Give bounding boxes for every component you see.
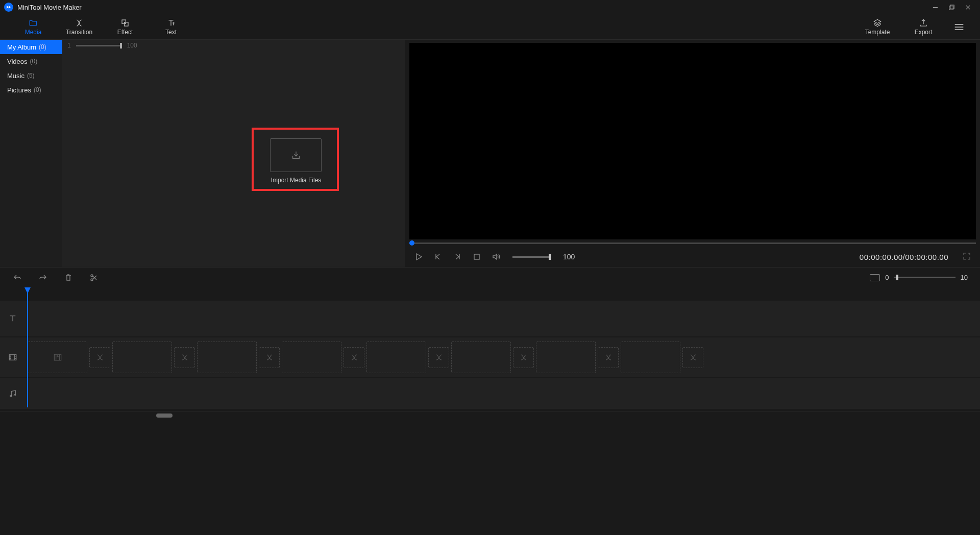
close-button[interactable] — [960, 0, 976, 14]
sidebar-item-count: (0) — [34, 86, 41, 93]
clip-slot[interactable] — [112, 342, 172, 373]
timeline-ruler[interactable] — [0, 287, 980, 301]
preview-panel: 100 00:00:00.00/00:00:00.00 — [405, 40, 980, 267]
transition-slot[interactable] — [259, 347, 280, 368]
timeline — [0, 287, 980, 411]
sidebar-item-videos[interactable]: Videos (0) — [0, 54, 62, 68]
volume-icon[interactable] — [491, 252, 501, 262]
minimize-button[interactable] — [927, 0, 943, 14]
sidebar-item-pictures[interactable]: Pictures (0) — [0, 83, 62, 97]
template-label: Template — [865, 29, 890, 36]
audio-track[interactable] — [0, 378, 980, 409]
main-toolbar: Media Transition Effect Text Template Ex… — [0, 14, 980, 40]
zoom-min-label: 1 — [67, 42, 71, 49]
audio-track-icon — [0, 378, 26, 409]
tab-text[interactable]: Text — [148, 14, 194, 40]
transition-slot[interactable] — [344, 347, 364, 368]
import-media-label: Import Media Files — [251, 177, 341, 184]
clip-slot[interactable] — [621, 342, 680, 373]
redo-button[interactable] — [38, 273, 48, 283]
clip-slot[interactable] — [197, 342, 257, 373]
svg-point-24 — [14, 395, 15, 396]
export-button[interactable]: Export — [900, 14, 946, 40]
transition-slot[interactable] — [89, 347, 110, 368]
import-media-button[interactable] — [270, 138, 322, 172]
prev-frame-button[interactable] — [433, 252, 443, 262]
timecode-display: 00:00:00.00/00:00:00.00 — [860, 253, 948, 261]
sidebar-item-label: Videos — [7, 58, 28, 65]
video-track-icon — [0, 337, 26, 377]
fullscreen-button[interactable] — [963, 252, 972, 261]
tab-effect[interactable]: Effect — [102, 14, 148, 40]
svg-rect-2 — [950, 5, 953, 8]
preview-video[interactable] — [409, 43, 976, 239]
text-track-icon — [0, 301, 26, 336]
sidebar-item-label: My Album — [7, 43, 36, 51]
svg-rect-10 — [474, 254, 479, 259]
preview-scrubber[interactable] — [409, 239, 976, 247]
app-title: MiniTool Movie Maker — [17, 4, 927, 11]
clip-slot[interactable] — [28, 342, 87, 373]
fit-timeline-button[interactable] — [870, 274, 880, 281]
playhead[interactable] — [27, 287, 28, 407]
transition-slot[interactable] — [174, 347, 195, 368]
media-sidebar: My Album (0) Videos (0) Music (5) Pictur… — [0, 40, 62, 267]
clip-slot[interactable] — [536, 342, 596, 373]
stop-button[interactable] — [472, 252, 482, 262]
sidebar-item-label: Pictures — [7, 86, 31, 94]
play-button[interactable] — [413, 252, 424, 262]
transition-slot[interactable] — [682, 347, 703, 368]
text-track[interactable] — [0, 301, 980, 336]
svg-point-23 — [10, 395, 12, 397]
menu-button[interactable] — [946, 23, 972, 31]
tl-zoom-max: 10 — [961, 274, 968, 281]
media-panel: 1 100 Import Media Files — [62, 40, 405, 267]
sidebar-item-music[interactable]: Music (5) — [0, 68, 62, 83]
sidebar-item-count: (5) — [27, 72, 35, 79]
transition-slot[interactable] — [513, 347, 534, 368]
delete-button[interactable] — [63, 273, 74, 283]
bottom-scrollbar[interactable] — [0, 411, 980, 419]
tab-label: Media — [25, 29, 42, 36]
svg-point-11 — [91, 275, 93, 277]
svg-point-12 — [91, 279, 93, 281]
title-bar: MiniTool Movie Maker — [0, 0, 980, 14]
clip-slot[interactable] — [282, 342, 341, 373]
thumbnail-zoom-slider[interactable] — [76, 45, 122, 46]
undo-button[interactable] — [12, 273, 22, 283]
tab-transition[interactable]: Transition — [56, 14, 102, 40]
transition-slot[interactable] — [598, 347, 619, 368]
svg-rect-1 — [949, 6, 952, 9]
sidebar-item-count: (0) — [39, 43, 46, 51]
tab-media[interactable]: Media — [10, 14, 56, 40]
zoom-max-label: 100 — [127, 42, 137, 49]
tl-zoom-min: 0 — [885, 274, 889, 281]
sidebar-item-count: (0) — [30, 58, 38, 65]
svg-rect-6 — [125, 22, 129, 26]
maximize-button[interactable] — [943, 0, 960, 14]
timeline-zoom-slider[interactable] — [894, 277, 955, 278]
app-logo-icon — [4, 3, 13, 12]
next-frame-button[interactable] — [452, 252, 462, 262]
clip-slot[interactable] — [366, 342, 426, 373]
sidebar-item-label: Music — [7, 72, 24, 80]
svg-rect-5 — [122, 20, 126, 24]
timeline-toolbar: 0 10 — [0, 267, 980, 287]
transition-slot[interactable] — [428, 347, 449, 368]
video-track[interactable] — [0, 337, 980, 377]
clip-slot[interactable] — [451, 342, 511, 373]
tab-label: Effect — [117, 29, 133, 36]
thumbnail-zoom-bar: 1 100 — [62, 40, 405, 51]
volume-slider[interactable] — [512, 256, 551, 258]
split-button[interactable] — [89, 273, 99, 283]
volume-value: 100 — [563, 253, 575, 261]
sidebar-item-my-album[interactable]: My Album (0) — [0, 40, 62, 54]
template-button[interactable]: Template — [854, 14, 900, 40]
svg-rect-13 — [9, 355, 16, 360]
export-label: Export — [915, 29, 933, 36]
tab-label: Transition — [66, 29, 92, 36]
tab-label: Text — [165, 29, 177, 36]
